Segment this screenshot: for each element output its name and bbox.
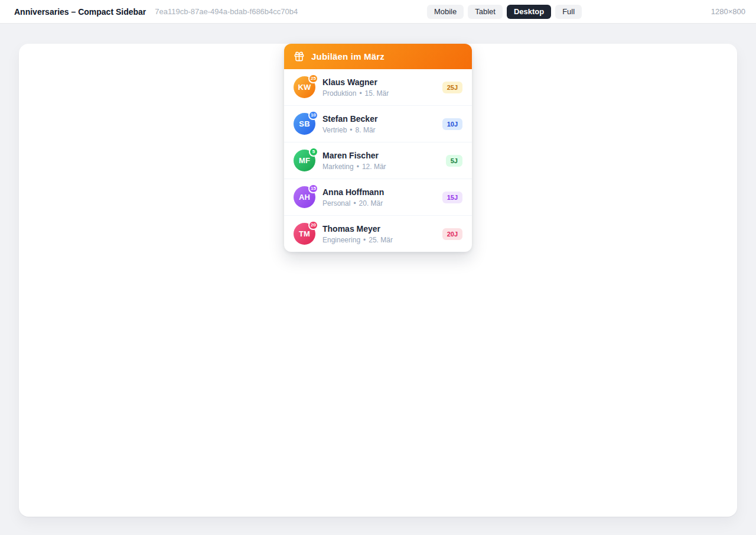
anniversaries-widget: Jubiläen im März KW 25 Klaus Wagner Prod…	[284, 44, 472, 252]
anniversary-row[interactable]: KW 25 Klaus Wagner Produktion • 15. Mär …	[284, 69, 472, 105]
viewport-size-label: 1280×800	[711, 7, 745, 16]
person-date: 15. Mär	[365, 89, 389, 98]
viewport-button-mobile[interactable]: Mobile	[427, 5, 464, 19]
avatar: SB 10	[294, 113, 315, 135]
person-name: Anna Hoffmann	[322, 187, 384, 197]
person-meta: Engineering • 25. Mär	[322, 236, 393, 244]
meta-separator: •	[350, 126, 352, 134]
person-name: Stefan Becker	[322, 114, 377, 124]
person-name: Thomas Meyer	[322, 224, 393, 234]
widget-title: Jubiläen im März	[311, 51, 384, 61]
years-badge: 25J	[442, 82, 462, 93]
years-badge: 15J	[442, 192, 462, 203]
anniversary-row[interactable]: AH 15 Anna Hoffmann Personal • 20. Mär 1…	[284, 179, 472, 215]
anniversary-row[interactable]: SB 10 Stefan Becker Vertrieb • 8. Mär 10…	[284, 105, 472, 142]
person-department: Vertrieb	[322, 126, 347, 134]
person-info: Thomas Meyer Engineering • 25. Mär	[322, 224, 393, 244]
component-uuid: 7ea119cb-87ae-494a-bdab-f686b4cc70b4	[155, 7, 298, 16]
avatar-initials: SB	[299, 119, 309, 128]
anniversary-list: KW 25 Klaus Wagner Produktion • 15. Mär …	[284, 69, 472, 252]
person-info: Klaus Wagner Produktion • 15. Mär	[322, 77, 389, 98]
person-department: Personal	[322, 199, 350, 207]
person-date: 25. Mär	[369, 236, 393, 244]
person-department: Engineering	[322, 236, 360, 244]
viewport-button-tablet[interactable]: Tablet	[468, 5, 503, 19]
person-date: 8. Mär	[356, 126, 376, 134]
avatar-initials: AH	[299, 193, 310, 202]
person-meta: Personal • 20. Mär	[322, 199, 384, 207]
meta-separator: •	[357, 163, 359, 171]
years-badge: 5J	[446, 155, 462, 167]
viewport-buttons: MobileTabletDesktopFull	[427, 5, 582, 19]
avatar-initials: TM	[299, 229, 310, 238]
avatar-years-dot: 15	[308, 184, 318, 193]
avatar: MF 5	[294, 150, 315, 171]
meta-separator: •	[363, 236, 366, 244]
years-badge: 10J	[442, 118, 462, 130]
avatar-initials: MF	[299, 156, 310, 165]
person-meta: Vertrieb • 8. Mär	[322, 126, 377, 134]
person-department: Produktion	[322, 89, 356, 98]
person-info: Stefan Becker Vertrieb • 8. Mär	[322, 114, 377, 134]
preview-canvas: Jubiläen im März KW 25 Klaus Wagner Prod…	[19, 44, 737, 517]
avatar-years-dot: 20	[308, 221, 318, 230]
person-meta: Marketing • 12. Mär	[322, 163, 386, 171]
person-info: Maren Fischer Marketing • 12. Mär	[322, 151, 386, 171]
page-title: Anniversaries – Compact Sidebar	[14, 7, 146, 17]
viewport-button-full[interactable]: Full	[555, 5, 582, 19]
avatar: KW 25	[294, 76, 315, 98]
person-name: Klaus Wagner	[322, 77, 389, 87]
person-info: Anna Hoffmann Personal • 20. Mär	[322, 187, 384, 207]
person-name: Maren Fischer	[322, 151, 386, 161]
widget-header: Jubiläen im März	[284, 44, 472, 69]
person-meta: Produktion • 15. Mär	[322, 89, 389, 98]
years-badge: 20J	[442, 228, 462, 240]
anniversary-row[interactable]: MF 5 Maren Fischer Marketing • 12. Mär 5…	[284, 142, 472, 179]
meta-separator: •	[353, 199, 356, 207]
gift-icon	[294, 51, 305, 62]
avatar-years-dot: 5	[309, 147, 318, 157]
anniversary-row[interactable]: TM 20 Thomas Meyer Engineering • 25. Mär…	[284, 215, 472, 252]
avatar: AH 15	[294, 186, 315, 208]
person-date: 12. Mär	[362, 163, 386, 171]
person-date: 20. Mär	[359, 199, 383, 207]
avatar: TM 20	[294, 223, 315, 245]
avatar-initials: KW	[298, 83, 311, 92]
meta-separator: •	[359, 89, 361, 98]
topbar: Anniversaries – Compact Sidebar 7ea119cb…	[0, 0, 756, 24]
avatar-years-dot: 25	[308, 74, 318, 83]
person-department: Marketing	[322, 163, 354, 171]
avatar-years-dot: 10	[308, 111, 318, 120]
viewport-button-desktop[interactable]: Desktop	[507, 5, 551, 19]
